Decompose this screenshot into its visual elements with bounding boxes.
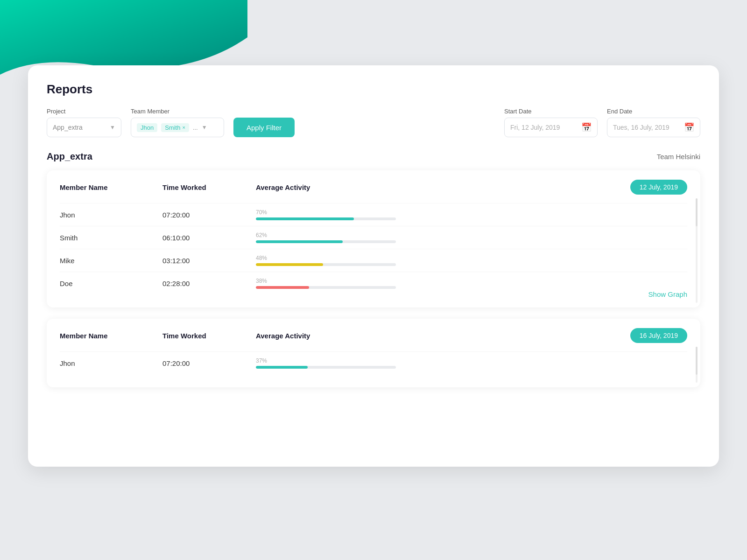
time-worked-0-1: 06:10:00 (162, 234, 256, 242)
member-name-0-0: Jhon (60, 211, 162, 219)
end-date-calendar-icon: 📅 (684, 122, 694, 133)
time-worked-0-0: 07:20:00 (162, 211, 256, 219)
page-title: Reports (47, 82, 700, 97)
start-date-group: Start Date Fri, 12 July, 2019 📅 (504, 108, 598, 137)
scroll-thumb-1[interactable] (696, 347, 698, 375)
member-name-0-1: Smith (60, 234, 162, 242)
scroll-track-0[interactable] (696, 198, 698, 303)
table-row-0-1: Smith06:10:0062% (60, 226, 687, 249)
activity-pct-1-0: 37% (256, 357, 687, 364)
date-badge-0: 12 July, 2019 (630, 180, 687, 195)
team-member-tag-jhon: Jhon (137, 123, 157, 132)
team-member-select[interactable]: Jhon Smith × ... ▼ (131, 118, 224, 137)
start-date-label: Start Date (504, 108, 598, 115)
main-card: Reports Project App_extra ▼ Team Member … (28, 65, 719, 467)
progress-bar-bg-1-0 (256, 366, 396, 369)
end-date-label: End Date (607, 108, 700, 115)
activity-pct-0-1: 62% (256, 232, 687, 238)
progress-bar-bg-0-2 (256, 263, 396, 266)
table-row-0-0: Jhon07:20:0070% (60, 203, 687, 226)
tables-container: Member NameTime WorkedAverage Activity12… (47, 170, 700, 387)
col-header-1-2: Average Activity (256, 332, 613, 340)
activity-cell-1-0: 37% (256, 357, 687, 369)
table-card-1: Member NameTime WorkedAverage Activity16… (47, 319, 700, 387)
activity-pct-0-0: 70% (256, 209, 687, 216)
progress-bar-bg-0-1 (256, 240, 396, 243)
progress-bar-fill-0-3 (256, 286, 309, 289)
apply-filter-button[interactable]: Apply Filter (233, 118, 295, 137)
time-worked-1-0: 07:20:00 (162, 359, 256, 367)
team-name: Team Helsinki (657, 153, 700, 161)
scroll-thumb-0[interactable] (696, 198, 698, 226)
col-header-1-1: Time Worked (162, 332, 256, 340)
project-header: App_extra Team Helsinki (47, 151, 700, 162)
activity-cell-0-3: 38% (256, 278, 687, 289)
activity-cell-0-1: 62% (256, 232, 687, 243)
tag-smith-close-icon[interactable]: × (182, 125, 185, 130)
progress-bar-fill-0-0 (256, 217, 354, 220)
activity-pct-0-3: 38% (256, 278, 687, 284)
table-header-row-1: Member NameTime WorkedAverage Activity16… (60, 328, 687, 343)
tag-smith-label: Smith (165, 124, 180, 131)
progress-bar-fill-1-0 (256, 366, 308, 369)
project-select-arrow-icon: ▼ (110, 124, 115, 131)
progress-bar-fill-0-1 (256, 240, 343, 243)
team-member-tag-smith: Smith × (161, 123, 189, 132)
team-member-label: Team Member (131, 108, 224, 115)
time-worked-0-2: 03:12:00 (162, 257, 256, 265)
project-select[interactable]: App_extra ▼ (47, 118, 121, 137)
table-header-row-0: Member NameTime WorkedAverage Activity12… (60, 180, 687, 195)
progress-bar-bg-0-0 (256, 217, 396, 220)
show-graph-button-0[interactable]: Show Graph (648, 290, 687, 298)
project-name: App_extra (47, 151, 92, 162)
decorative-teal-shape (0, 0, 247, 75)
member-name-0-2: Mike (60, 257, 162, 265)
table-row-0-3: Doe02:28:0038% (60, 272, 687, 294)
project-filter-group: Project App_extra ▼ (47, 108, 121, 137)
start-date-calendar-icon: 📅 (581, 122, 592, 133)
col-header-0-0: Member Name (60, 183, 162, 191)
activity-cell-0-2: 48% (256, 255, 687, 266)
filter-bar: Project App_extra ▼ Team Member Jhon Smi… (47, 108, 700, 137)
col-header-0-1: Time Worked (162, 183, 256, 191)
project-label: Project (47, 108, 121, 115)
start-date-value: Fri, 12 July, 2019 (510, 124, 578, 131)
member-name-1-0: Jhon (60, 359, 162, 367)
col-header-0-2: Average Activity (256, 183, 613, 191)
time-worked-0-3: 02:28:00 (162, 280, 256, 287)
activity-cell-0-0: 70% (256, 209, 687, 220)
tag-jhon-label: Jhon (141, 124, 154, 131)
col-header-1-0: Member Name (60, 332, 162, 340)
progress-bar-fill-0-2 (256, 263, 323, 266)
date-badge-1: 16 July, 2019 (630, 328, 687, 343)
end-date-input[interactable]: Tues, 16 July, 2019 📅 (607, 118, 700, 137)
team-member-more: ... (193, 124, 198, 131)
table-row-0-2: Mike03:12:0048% (60, 249, 687, 272)
scroll-track-1[interactable] (696, 347, 698, 383)
member-name-0-3: Doe (60, 280, 162, 287)
start-date-input[interactable]: Fri, 12 July, 2019 📅 (504, 118, 598, 137)
activity-pct-0-2: 48% (256, 255, 687, 261)
end-date-value: Tues, 16 July, 2019 (613, 124, 680, 131)
project-select-value: App_extra (53, 124, 106, 131)
table-card-0: Member NameTime WorkedAverage Activity12… (47, 170, 700, 308)
team-member-filter-group: Team Member Jhon Smith × ... ▼ (131, 108, 224, 137)
progress-bar-bg-0-3 (256, 286, 396, 289)
table-row-1-0: Jhon07:20:0037% (60, 351, 687, 374)
end-date-group: End Date Tues, 16 July, 2019 📅 (607, 108, 700, 137)
team-member-select-arrow-icon: ▼ (202, 124, 207, 131)
